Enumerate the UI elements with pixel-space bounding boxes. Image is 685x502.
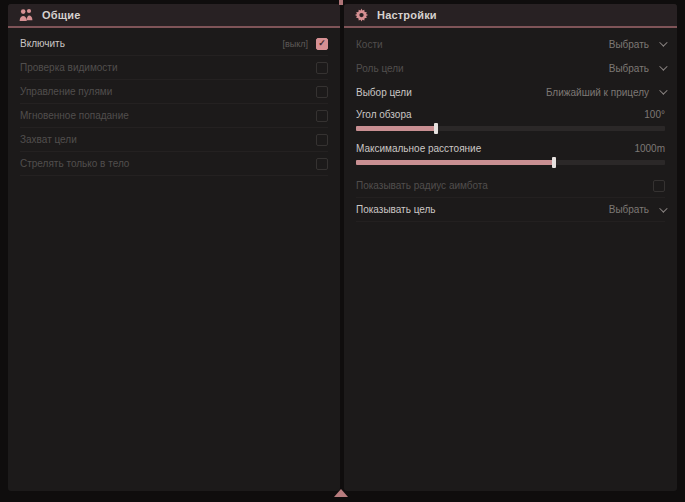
max-distance-value: 1000m xyxy=(634,143,665,154)
general-panel-title: Общие xyxy=(42,9,81,21)
setting-label: Роль цели xyxy=(356,63,404,74)
fov-slider[interactable] xyxy=(356,126,665,131)
setting-label: Максимальное расстояние xyxy=(356,143,481,154)
menu-handle-arrow-icon[interactable] xyxy=(334,489,348,497)
toggle-label: Проверка видимости xyxy=(20,62,118,73)
hotkey-label[interactable]: [выкл] xyxy=(282,39,308,49)
setting-label: Выбор цели xyxy=(356,87,412,98)
setting-row-bones: Кости Выбрать xyxy=(356,32,665,56)
dropdown-value: Выбрать xyxy=(609,39,649,50)
chevron-down-icon xyxy=(659,86,667,94)
setting-label: Угол обзора xyxy=(356,109,412,120)
general-panel: Общие Включить [выкл] ✓ Проверка видимос… xyxy=(8,4,340,491)
general-panel-header: Общие xyxy=(8,4,340,28)
max-distance-slider-handle[interactable] xyxy=(552,157,556,168)
max-distance-slider[interactable] xyxy=(356,160,665,165)
setting-group-fov: Угол обзора 100° xyxy=(356,106,665,131)
toggle-label: Стрелять только в тело xyxy=(20,158,129,169)
check-icon: ✓ xyxy=(318,39,326,48)
toggle-row-target-lock: Захват цели xyxy=(20,128,328,152)
setting-row-target-selection: Выбор цели Ближайший к прицелу xyxy=(356,80,665,104)
toggle-row-visibility-check: Проверка видимости xyxy=(20,56,328,80)
max-distance-slider-fill xyxy=(356,160,554,165)
bullet-control-checkbox[interactable] xyxy=(316,86,328,98)
fov-slider-fill xyxy=(356,126,436,131)
dropdown-value: Выбрать xyxy=(609,204,649,215)
settings-panel-title: Настройки xyxy=(377,9,437,21)
visibility-check-checkbox[interactable] xyxy=(316,62,328,74)
toggle-row-bullet-control: Управление пулями xyxy=(20,80,328,104)
setting-row-target-role: Роль цели Выбрать xyxy=(356,56,665,80)
bones-dropdown[interactable]: Выбрать xyxy=(609,39,665,50)
body-only-checkbox[interactable] xyxy=(316,158,328,170)
setting-label: Кости xyxy=(356,39,383,50)
toggle-row-instant-hit: Мгновенное попадание xyxy=(20,104,328,128)
gear-icon xyxy=(354,8,369,23)
show-target-dropdown[interactable]: Выбрать xyxy=(609,204,665,215)
settings-panel: Настройки Кости Выбрать Роль цели Выбрат… xyxy=(344,4,677,491)
general-panel-body: Включить [выкл] ✓ Проверка видимости Упр… xyxy=(8,28,340,491)
fov-label-row: Угол обзора 100° xyxy=(356,106,665,123)
instant-hit-checkbox[interactable] xyxy=(316,110,328,122)
toggle-label: Включить xyxy=(20,38,65,49)
max-distance-label-row: Максимальное расстояние 1000m xyxy=(356,140,665,157)
toggle-row-body-only: Стрелять только в тело xyxy=(20,152,328,176)
toggle-row-enable: Включить [выкл] ✓ xyxy=(20,32,328,56)
target-lock-checkbox[interactable] xyxy=(316,134,328,146)
toggle-label: Захват цели xyxy=(20,134,77,145)
dropdown-value: Ближайший к прицелу xyxy=(546,87,649,98)
show-radius-checkbox[interactable] xyxy=(653,180,665,192)
chevron-down-icon xyxy=(659,62,667,70)
enable-checkbox[interactable]: ✓ xyxy=(316,38,328,50)
dropdown-value: Выбрать xyxy=(609,63,649,74)
toggle-label: Управление пулями xyxy=(20,86,112,97)
chevron-down-icon xyxy=(659,204,667,212)
chevron-down-icon xyxy=(659,38,667,46)
setting-group-max-distance: Максимальное расстояние 1000m xyxy=(356,140,665,165)
target-role-dropdown[interactable]: Выбрать xyxy=(609,63,665,74)
users-icon xyxy=(18,8,34,22)
settings-panel-body: Кости Выбрать Роль цели Выбрать Выбор це… xyxy=(344,28,677,491)
top-marker xyxy=(339,0,343,5)
toggle-label: Мгновенное попадание xyxy=(20,110,129,121)
fov-slider-handle[interactable] xyxy=(434,123,438,134)
fov-value: 100° xyxy=(644,109,665,120)
setting-row-show-target: Показывать цель Выбрать xyxy=(356,198,665,222)
target-selection-dropdown[interactable]: Ближайший к прицелу xyxy=(546,87,665,98)
settings-panel-header: Настройки xyxy=(344,4,677,28)
toggle-label: Показывать радиус аимбота xyxy=(356,180,488,191)
setting-label: Показывать цель xyxy=(356,204,436,215)
toggle-row-show-radius: Показывать радиус аимбота xyxy=(356,174,665,198)
